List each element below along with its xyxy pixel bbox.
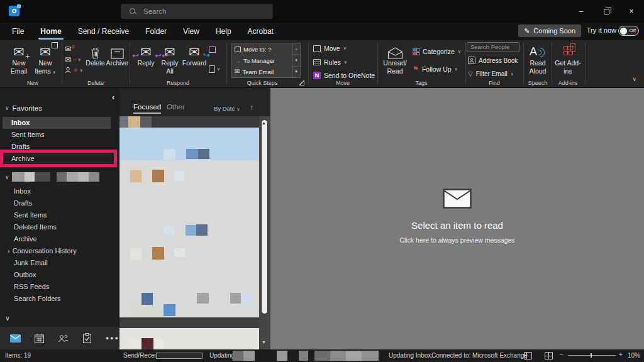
sidebar-item-junk-email[interactable]: Junk Email [0,257,119,269]
archive-button[interactable]: Archive [106,42,128,67]
chevron-down-icon: ∨ [343,46,347,51]
tab-file[interactable]: File [4,24,32,39]
sidebar-item-conversation-history[interactable]: ›Conversation History [0,245,119,257]
titlebar: o Search – × [0,0,644,23]
sidebar-item-outbox[interactable]: Outbox [0,269,119,281]
new-items-button[interactable]: ✉ New Items ∨ [33,42,58,75]
quick-step-team-email[interactable]: ✉Team Email [232,66,292,77]
reading-view-button[interactable] [545,352,553,359]
coming-soon-button[interactable]: ✎ Coming Soon [518,25,581,37]
restore-button[interactable] [594,0,619,23]
tab-other[interactable]: Other [167,103,185,111]
sidebar-item-archive[interactable]: Archive [0,233,119,245]
second-account-chevron-icon[interactable]: ∨ [5,314,10,322]
clean-up-button[interactable]: ✉×∨ [65,54,83,65]
quick-steps-scroll: ▲ ▼ ▼ [292,43,300,77]
nav-calendar-button[interactable] [34,332,45,344]
ribbon-group-new: ✉+ New Email ✉ New Items ∨ New [5,40,60,88]
message-list-scrollbar[interactable]: ▲ ▼ [259,116,270,349]
delete-button[interactable]: Delete [85,42,106,67]
nav-more-button[interactable]: ●●● [106,335,119,341]
minimize-button[interactable]: – [569,0,594,23]
normal-view-button[interactable] [524,352,532,359]
categorize-button[interactable]: Categorize∨ [413,48,461,55]
ignore-button[interactable]: ✉⊘ [65,43,83,54]
search-people-input[interactable]: Search People [467,42,519,52]
flag-icon: ⚑ [413,65,419,73]
sidebar-item-drafts[interactable]: Drafts [0,197,119,209]
sidebar-item-inbox-favorite[interactable]: Inbox [3,117,111,129]
coming-soon-toggle[interactable]: Off [618,26,639,36]
reply-button[interactable]: ✉↩ Reply [135,42,157,67]
zoom-slider[interactable] [568,355,616,356]
reply-all-button[interactable]: ✉↩↩ Reply All [158,42,181,75]
sort-direction-button[interactable]: ↑ [250,103,253,112]
rules-button[interactable]: Rules∨ [313,58,347,66]
scroll-up-button[interactable]: ▲ [292,43,300,55]
tab-send-receive[interactable]: Send / Receive [70,24,137,39]
zoom-slider-thumb[interactable] [591,353,592,358]
redacted-message-rows[interactable] [119,328,259,349]
redacted-message-rows[interactable] [119,160,259,317]
sort-by-date-button[interactable]: By Date ∨ [214,105,240,112]
new-email-button[interactable]: ✉+ New Email [6,42,31,75]
new-email-label: New Email [6,59,31,75]
tab-folder[interactable]: Folder [137,24,175,39]
collapse-folder-pane-button[interactable]: ‹ [112,93,114,102]
gallery-more-button[interactable]: ▼ [292,67,300,77]
more-respond-button[interactable]: ∨ [209,63,220,74]
nav-mail-button[interactable] [10,332,21,344]
scroll-up-icon[interactable]: ▲ [262,121,266,125]
zoom-in-button[interactable]: + [619,351,623,358]
sidebar-item-deleted-items[interactable]: Deleted Items [0,221,119,233]
forward-button[interactable]: ✉↪ Forward [182,42,207,67]
scroll-down-icon[interactable]: ▼ [262,340,266,344]
scrollbar-thumb[interactable] [261,119,268,314]
preview-messages-link[interactable]: Click here to always preview messages [270,236,644,244]
nav-tasks-button[interactable] [82,332,92,344]
favorites-header[interactable]: ∨Favorites [5,104,42,112]
tab-focused[interactable]: Focused [133,103,161,111]
follow-up-button[interactable]: ⚑ Follow Up∨ [413,65,458,73]
tab-view[interactable]: View [175,24,208,39]
chevron-down-icon: ∨ [511,72,514,77]
collapse-ribbon-button[interactable]: ∨ [632,76,636,82]
send-to-onenote-button[interactable]: NSend to OneNote [313,72,375,79]
zoom-out-button[interactable]: − [560,351,564,358]
sidebar-item-rss-feeds[interactable]: RSS Feeds [0,281,119,293]
tab-help[interactable]: Help [208,24,240,39]
tab-home[interactable]: Home [32,24,69,39]
sidebar-item-sent-items-favorite[interactable]: Sent Items [0,129,119,141]
quick-step-move-to[interactable]: ↓Move to: ? [232,43,292,55]
tab-acrobat[interactable]: Acrobat [240,24,282,39]
address-book-button[interactable]: Address Book [468,57,518,64]
close-button[interactable]: × [619,0,644,23]
sidebar-item-search-folders[interactable]: Search Folders [0,293,119,305]
meeting-button[interactable] [209,44,220,55]
forward-icon: ✉ [189,46,200,59]
move-button[interactable]: ↓Move∨ [313,45,347,52]
get-addins-button[interactable]: + Get Add-ins [554,42,582,75]
outlook-app-icon[interactable]: o [9,6,19,16]
search-box[interactable]: Search [121,4,273,19]
unread-read-button[interactable]: Unread/ Read [381,42,409,75]
zoom-level[interactable]: 10% [628,352,640,359]
sidebar-item-sent-items[interactable]: Sent Items [0,209,119,221]
group-label-quick-steps: Quick Steps [228,80,297,86]
filter-email-label: Filter Email [476,70,508,77]
filter-email-button[interactable]: ▽ Filter Email∨ [468,70,514,77]
quick-step-to-manager[interactable]: →To Manager [232,55,292,66]
nav-people-button[interactable] [58,332,69,344]
folder-label: Conversation History [13,247,77,255]
read-aloud-label: Read Aloud [525,59,550,75]
junk-button[interactable]: ⊘∨ [65,65,83,75]
dialog-launcher-icon[interactable] [299,80,304,85]
scroll-down-button[interactable]: ▼ [292,55,300,66]
sort-label: By Date [214,105,235,112]
read-aloud-button[interactable]: A Read Aloud [525,42,550,75]
read-aloud-icon: A [530,44,546,59]
sidebar-item-inbox[interactable]: Inbox [0,185,119,197]
selected-message-row[interactable] [119,128,259,160]
account-header[interactable]: ∨ [5,172,99,182]
redacted-account-name [12,172,99,182]
